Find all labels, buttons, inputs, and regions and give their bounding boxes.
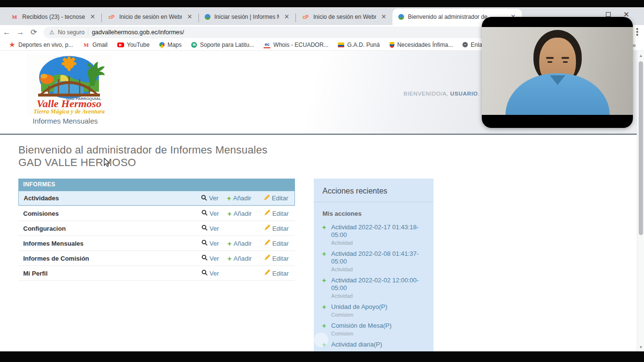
- informes-row: ComisionesVer+AñadirEditar: [18, 206, 295, 221]
- welcome-username: USUARIO: [450, 91, 478, 97]
- bookmark-label: Whois - ECUADOR...: [273, 42, 328, 48]
- bookmark-item[interactable]: ecWhois - ECUADOR...: [260, 42, 332, 48]
- bookmark-label: Maps: [168, 42, 182, 48]
- edit-link-icon: [264, 269, 270, 277]
- addition-icon: +: [322, 303, 326, 311]
- shield-icon: [390, 42, 394, 48]
- recent-action-link[interactable]: Unidad de Apoyo(P): [331, 303, 427, 311]
- bookmark-item[interactable]: MGmail: [79, 42, 111, 48]
- forward-button[interactable]: →: [14, 28, 27, 37]
- edit-link[interactable]: Editar: [264, 269, 295, 277]
- edit-link[interactable]: Editar: [264, 224, 295, 232]
- back-button[interactable]: ←: [0, 28, 14, 37]
- bottom-letterbox: [0, 351, 644, 362]
- scrollbar-thumb[interactable]: [639, 61, 643, 235]
- bookmark-item[interactable]: ▶YouTube: [113, 42, 154, 48]
- add-link[interactable]: +Añadir: [227, 255, 264, 262]
- tab-title: Iniciar sesión | Informes Mensual: [214, 14, 279, 20]
- gmail-icon: M: [11, 13, 18, 21]
- edit-link[interactable]: Editar: [264, 239, 295, 247]
- recent-action-type: Actividad: [331, 240, 427, 246]
- model-name[interactable]: Configuracion: [23, 225, 201, 232]
- view-link[interactable]: Ver: [201, 254, 227, 262]
- view-link-icon: [201, 224, 208, 232]
- tab-title: Recibidos (23) - tecnoserviweb.e: [22, 14, 85, 20]
- cpanel-icon: cP: [302, 13, 309, 21]
- url-text: gadvallehermoso.gob.ec/informes/: [92, 29, 184, 36]
- page-scrollbar[interactable]: ▲ ▼: [637, 51, 644, 351]
- vallehermoso-icon: [205, 14, 210, 20]
- tab-title: Inicio de sesión en Webmail: [119, 14, 182, 20]
- scrollbar-up-arrow[interactable]: ▲: [637, 54, 644, 58]
- recent-action-item: +Actividad 2022-02-17 01:43:18-05:00Acti…: [314, 219, 434, 246]
- edit-link[interactable]: Editar: [264, 209, 295, 217]
- edit-link-label: Editar: [272, 210, 289, 217]
- model-name[interactable]: Informes de Comisión: [23, 255, 201, 262]
- browser-tab[interactable]: cPInicio de sesión en Webmail✕: [102, 9, 198, 25]
- model-name[interactable]: Mi Perfil: [23, 270, 201, 277]
- browser-menu-icon[interactable]: •••: [634, 28, 641, 36]
- bookmark-label: YouTube: [127, 42, 150, 48]
- reload-button[interactable]: ⟳: [27, 28, 41, 37]
- cpanel-icon: cP: [108, 13, 115, 21]
- model-name[interactable]: Informes Mensuales: [23, 240, 201, 247]
- view-link[interactable]: Ver: [201, 239, 227, 247]
- flag-icon: [338, 42, 344, 47]
- addition-icon: +: [322, 223, 326, 231]
- whois-icon: ec: [264, 42, 270, 48]
- top-letterbox: [0, 0, 644, 7]
- add-link[interactable]: +Añadir: [227, 195, 264, 202]
- informes-row: Informes de ComisiónVer+AñadirEditar: [18, 251, 295, 265]
- recent-action-item: +Unidad de Apoyo(P)Comision: [314, 299, 434, 318]
- edit-link-icon: [264, 195, 270, 202]
- add-link-icon: +: [227, 210, 232, 217]
- scrollbar-down-arrow[interactable]: ▼: [637, 345, 644, 349]
- vallehermoso-icon: [398, 14, 404, 20]
- bookmark-item[interactable]: ★Deportes en vivo, p...: [5, 42, 77, 48]
- browser-tab[interactable]: MRecibidos (23) - tecnoserviweb.e✕: [5, 9, 101, 25]
- recent-action-item: +Actividad 2022-02-02 12:00:00-05:00Acti…: [314, 272, 434, 299]
- view-link[interactable]: Ver: [201, 224, 227, 232]
- bookmark-item[interactable]: G.A.D. Puná: [334, 42, 383, 48]
- window-restore-button[interactable]: [606, 12, 611, 17]
- not-secure-warning-icon: ⚠: [49, 29, 55, 36]
- recent-action-link[interactable]: Actividad 2022-02-08 01:41:37-05:00: [331, 250, 427, 265]
- view-link-icon: [201, 254, 208, 262]
- recent-action-link[interactable]: Actividad 2022-02-17 01:43:18-05:00: [331, 223, 427, 239]
- omnibox-divider: [88, 29, 88, 36]
- svg-text:Tierra Mágica y de Aventura: Tierra Mágica y de Aventura: [33, 108, 104, 115]
- bookmark-item[interactable]: ✉Soporte para Latitu...: [187, 42, 258, 48]
- maps-icon: [158, 41, 166, 49]
- edit-link-icon: [264, 254, 270, 262]
- recent-action-type: Comision: [331, 331, 427, 336]
- tab-close-icon[interactable]: ✕: [89, 13, 97, 21]
- view-link[interactable]: Ver: [201, 209, 227, 217]
- model-name[interactable]: Actividades: [24, 195, 201, 202]
- browser-tab[interactable]: Iniciar sesión | Informes Mensual✕: [199, 9, 295, 25]
- bookmark-label: Necesidades Ínfima...: [397, 42, 453, 48]
- bookmarks-overflow-chevron[interactable]: »: [632, 42, 636, 49]
- tab-close-icon[interactable]: ✕: [283, 13, 291, 21]
- view-link-icon: [201, 195, 207, 202]
- bookmark-item[interactable]: Maps: [155, 42, 185, 48]
- recent-action-link[interactable]: Actividad diaria(P): [331, 341, 427, 348]
- view-link[interactable]: Ver: [201, 269, 227, 277]
- recent-action-link[interactable]: Actividad 2022-02-02 12:00:00-05:00: [331, 277, 427, 292]
- recent-action-link[interactable]: Comisión de Mesa(P): [331, 322, 427, 330]
- browser-tab[interactable]: cPInicio de sesión en Webmail✕: [296, 9, 392, 25]
- bookmark-item[interactable]: Necesidades Ínfima...: [386, 42, 457, 48]
- informes-row: Informes MensualesVer+AñadirEditar: [18, 236, 295, 251]
- tab-close-icon[interactable]: ✕: [186, 13, 194, 21]
- view-link[interactable]: Ver: [201, 195, 227, 202]
- edit-link-icon: [264, 239, 270, 247]
- add-link[interactable]: +Añadir: [227, 240, 264, 247]
- edit-link[interactable]: Editar: [264, 254, 295, 262]
- view-link-label: Ver: [210, 255, 219, 262]
- informes-module: INFORMES ActividadesVer+AñadirEditarComi…: [18, 179, 295, 281]
- informes-module-caption[interactable]: INFORMES: [18, 179, 295, 191]
- tab-close-icon[interactable]: ✕: [380, 13, 388, 21]
- edit-link[interactable]: Editar: [264, 195, 294, 202]
- add-link-label: Añadir: [234, 240, 252, 247]
- model-name[interactable]: Comisiones: [23, 210, 201, 217]
- add-link[interactable]: +Añadir: [227, 210, 264, 217]
